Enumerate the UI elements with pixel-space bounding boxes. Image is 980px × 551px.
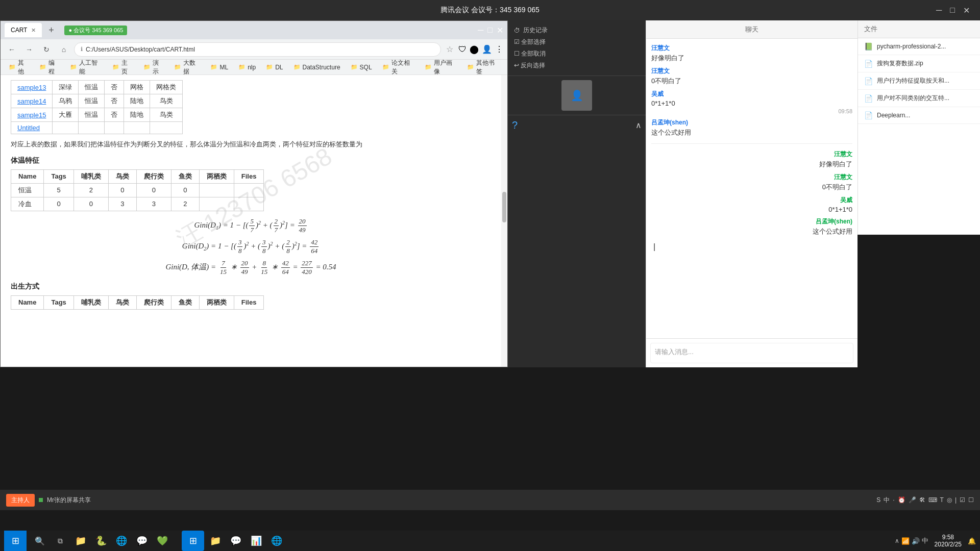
file-item-4[interactable]: 📄 用户对不同类别的交互特...: [858, 90, 980, 107]
bookmark-ai[interactable]: 📁 人工智能: [66, 58, 106, 77]
file-panel-header: 文件: [858, 20, 980, 38]
ime-clock[interactable]: ⏰: [898, 496, 905, 504]
cell: [124, 122, 150, 134]
reverse-select-button[interactable]: ↩ 反向选择: [514, 60, 640, 71]
col-bird: 鸟类: [108, 169, 136, 183]
col-tags: Tags: [44, 169, 74, 183]
sample13-link[interactable]: sample13: [17, 84, 46, 91]
taskbar-pycharm[interactable]: 🐍: [92, 532, 110, 550]
bookmark-yonghu[interactable]: 📁 用户画像: [421, 58, 461, 77]
taskbar-explorer2[interactable]: 📁: [206, 532, 225, 550]
bookmark-biancheng[interactable]: 📁 编程: [35, 58, 64, 77]
bookmark-yanshi[interactable]: 📁 演示: [139, 58, 168, 77]
expand-icon[interactable]: ∧: [635, 120, 642, 130]
ime-t[interactable]: T: [940, 496, 944, 504]
restore-button[interactable]: □: [950, 6, 955, 15]
folder-icon: 📁: [39, 64, 46, 70]
volume-icon[interactable]: 🔊: [912, 537, 920, 545]
untitled-link[interactable]: Untitled: [17, 124, 40, 132]
bookmark-dl[interactable]: 📁 DL: [262, 63, 287, 72]
meeting-minimize[interactable]: ─: [478, 26, 483, 35]
chat-divider: [651, 143, 852, 144]
file-item-2[interactable]: 📄 搜狗复赛数据.zip: [858, 55, 980, 72]
tab-close-icon[interactable]: ✕: [31, 27, 36, 34]
chat-text: 这个公式好用: [813, 227, 852, 236]
presenter-badge[interactable]: 主持人: [6, 494, 35, 507]
scrollbar-thumb[interactable]: [502, 192, 506, 222]
new-tab-button[interactable]: +: [44, 23, 58, 37]
browser-tab-cart[interactable]: CART ✕: [5, 23, 42, 37]
bookmark-sql[interactable]: 📁 SQL: [347, 63, 376, 72]
home-button[interactable]: ⌂: [57, 42, 71, 57]
refresh-button[interactable]: ↻: [39, 42, 54, 57]
chat-input-placeholder[interactable]: 请输入消息...: [650, 343, 853, 363]
select-all-button[interactable]: ☑ 全部选择: [514, 36, 640, 48]
bookmark-label: 大数据: [183, 59, 201, 76]
ime-check2[interactable]: ☐: [968, 496, 974, 504]
taskbar-excel[interactable]: 📊: [247, 532, 265, 550]
formula-area: Gini(D1) = 1 − [(57)2 + (27)2] = 2049 Gi…: [11, 217, 491, 276]
bookmark-lunwen[interactable]: 📁 论文相关: [378, 58, 419, 77]
forward-button[interactable]: →: [22, 42, 36, 57]
taskbar-wechat[interactable]: 💚: [153, 532, 172, 550]
bookmark-ds[interactable]: 📁 DataStructure: [289, 63, 345, 72]
bookmark-star-icon[interactable]: ☆: [446, 44, 453, 54]
folder-icon2: 📁: [210, 535, 221, 546]
start-button[interactable]: ⊞: [4, 531, 27, 551]
title-text: 腾讯会议 会议号：345 369 065: [440, 6, 540, 15]
ime-zh[interactable]: 中: [884, 496, 890, 505]
ime-extra[interactable]: ◎: [947, 496, 952, 504]
ime-check1[interactable]: ☑: [960, 496, 965, 504]
taskbar-taskview[interactable]: ⧉: [51, 532, 69, 550]
bookmark-zhuye[interactable]: 📁 主页: [108, 58, 137, 77]
screen-share-indicator: [39, 498, 43, 502]
ime-S[interactable]: S: [876, 496, 880, 504]
sample14-link[interactable]: sample14: [17, 97, 46, 105]
deselect-all-icon: ☐: [514, 50, 520, 57]
file-item-1[interactable]: 📗 pycharm-professional-2...: [858, 38, 980, 55]
meeting-close[interactable]: ✕: [497, 26, 503, 35]
cell: [234, 183, 264, 197]
address-bar[interactable]: ℹ C:/Users/ASUS/Desktop/cart/CART.html: [74, 42, 441, 57]
scrollbar[interactable]: [501, 75, 507, 367]
close-button[interactable]: ✕: [963, 6, 970, 15]
minimize-button[interactable]: ─: [936, 6, 942, 15]
zh-label[interactable]: 中: [922, 536, 928, 545]
ime-keyboard[interactable]: ⌨: [928, 496, 937, 504]
help-icon[interactable]: ?: [512, 119, 518, 131]
formula-gini-d2: Gini(D2) = 1 − [(38)2 + (38)2 + (28)2] =…: [182, 238, 320, 255]
cell: 0: [74, 197, 108, 211]
taskbar-teams2[interactable]: 💬: [227, 532, 245, 550]
taskbar-up-icon[interactable]: ∧: [895, 537, 899, 544]
bookmark-nlp[interactable]: 📁 nlp: [234, 63, 260, 72]
bookmark-label: 人工智能: [79, 59, 102, 76]
extension-icon1[interactable]: 🛡: [458, 45, 467, 54]
file-item-5[interactable]: 📄 Deeplearn...: [858, 107, 980, 124]
taskbar-chrome[interactable]: 🌐: [112, 532, 131, 550]
bookmark-ml[interactable]: 📁 ML: [206, 63, 232, 72]
back-button[interactable]: ←: [5, 42, 19, 57]
taskbar-teams[interactable]: 💬: [133, 532, 151, 550]
extension-icon2[interactable]: ⬤: [470, 44, 479, 54]
taskbar-start2[interactable]: ⊞: [182, 531, 204, 551]
extension-icon3[interactable]: 👤: [482, 44, 492, 54]
ime-tools[interactable]: 🛠: [919, 496, 925, 504]
notification-icon[interactable]: 🔔: [968, 537, 976, 545]
sample15-link[interactable]: sample15: [17, 111, 46, 119]
taskbar-explorer[interactable]: 📁: [71, 532, 90, 550]
bookmark-qita[interactable]: 📁 其他: [5, 58, 33, 77]
cell: 深绿: [53, 81, 79, 94]
taskbar-search[interactable]: 🔍: [31, 532, 49, 550]
ime-dot[interactable]: ·: [893, 496, 894, 504]
deselect-all-button[interactable]: ☐ 全部取消: [514, 48, 640, 60]
meeting-restore[interactable]: □: [487, 26, 493, 35]
network-icon[interactable]: 📶: [901, 537, 910, 545]
cell: 恒温: [79, 81, 105, 94]
history-button[interactable]: ⏱ 历史记录: [514, 24, 640, 36]
bookmark-qita2[interactable]: 📁 其他书签: [463, 58, 503, 77]
menu-icon[interactable]: ⋮: [495, 44, 503, 54]
bookmark-dashuju[interactable]: 📁 大数据: [170, 58, 205, 77]
taskbar-chrome2[interactable]: 🌐: [267, 532, 286, 550]
file-item-3[interactable]: 📄 用户行为特征提取按天和...: [858, 72, 980, 90]
ime-mic[interactable]: 🎤: [909, 496, 916, 504]
